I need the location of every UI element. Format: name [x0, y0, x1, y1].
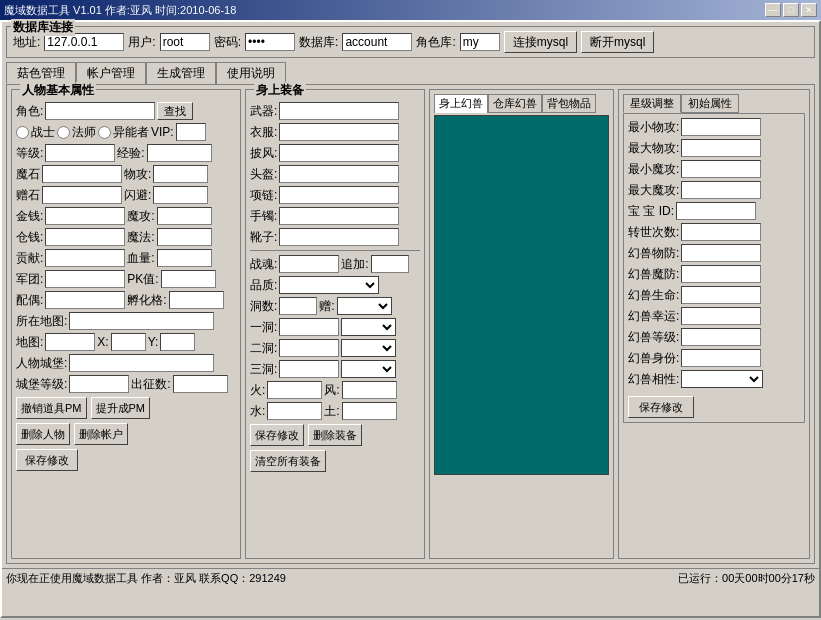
city-input[interactable]: [69, 354, 214, 372]
tab-gen-manage[interactable]: 生成管理: [146, 62, 216, 84]
gem-label: 赠石: [16, 187, 40, 204]
warrior-radio[interactable]: [16, 126, 29, 139]
magic-atk-input[interactable]: [157, 207, 212, 225]
tab-role-manage[interactable]: 菇色管理: [6, 62, 76, 84]
cape-input[interactable]: [279, 144, 399, 162]
earth-input[interactable]: [342, 402, 397, 420]
add-input[interactable]: [371, 255, 409, 273]
fire-input[interactable]: [267, 381, 322, 399]
maximize-button[interactable]: □: [783, 3, 799, 17]
tab-account-manage[interactable]: 帐户管理: [76, 62, 146, 84]
save-char-button[interactable]: 保存修改: [16, 449, 78, 471]
mage-radio[interactable]: [57, 126, 70, 139]
min-phys-atk-input[interactable]: [681, 118, 761, 136]
cloth-label: 衣服:: [250, 124, 277, 141]
army-input[interactable]: [45, 270, 125, 288]
gift-label: 赠:: [319, 298, 334, 315]
connect-button[interactable]: 连接mysql: [504, 31, 577, 53]
pet-magic-def-input[interactable]: [681, 265, 761, 283]
role-search-input[interactable]: [45, 102, 155, 120]
match-input[interactable]: [45, 291, 125, 309]
soul-input[interactable]: [279, 255, 339, 273]
necklace-input[interactable]: [279, 186, 399, 204]
weapon-input[interactable]: [279, 102, 399, 120]
hole1-input[interactable]: [279, 318, 339, 336]
contribution-input[interactable]: [45, 249, 125, 267]
pet-affinity-select[interactable]: [681, 370, 763, 388]
hatch-input[interactable]: [169, 291, 224, 309]
rebirth-input[interactable]: [681, 223, 761, 241]
cloth-input[interactable]: [279, 123, 399, 141]
x-input[interactable]: [111, 333, 146, 351]
warrior-label: 战士: [31, 124, 55, 141]
storage-gold-input[interactable]: [45, 228, 125, 246]
tab-star-adjust[interactable]: 星级调整: [623, 94, 681, 113]
y-input[interactable]: [160, 333, 195, 351]
hole2-input[interactable]: [279, 339, 339, 357]
minimize-button[interactable]: —: [765, 3, 781, 17]
pet-affinity-label: 幻兽相性:: [628, 371, 679, 388]
hole1-select[interactable]: [341, 318, 396, 336]
phys-atk-input[interactable]: [153, 165, 208, 183]
pet-hp-input[interactable]: [681, 286, 761, 304]
esper-radio[interactable]: [98, 126, 111, 139]
gem-input[interactable]: [42, 186, 122, 204]
delete-account-button[interactable]: 删除帐户: [74, 423, 128, 445]
hole2-select[interactable]: [341, 339, 396, 357]
delete-role-button[interactable]: 删除人物: [16, 423, 70, 445]
disconnect-button[interactable]: 断开mysql: [581, 31, 654, 53]
hole3-input[interactable]: [279, 360, 339, 378]
tab-instructions[interactable]: 使用说明: [216, 62, 286, 84]
max-magic-atk-input[interactable]: [681, 181, 761, 199]
level-input[interactable]: [45, 144, 115, 162]
boot-input[interactable]: [279, 228, 399, 246]
cancel-pm-button[interactable]: 撤销道具PM: [16, 397, 87, 419]
quality-select[interactable]: [279, 276, 379, 294]
db-input[interactable]: [342, 33, 412, 51]
hole3-select[interactable]: [341, 360, 396, 378]
gold-input[interactable]: [45, 207, 125, 225]
hp-input[interactable]: [157, 249, 212, 267]
role-input[interactable]: [460, 33, 500, 51]
pet-body-input[interactable]: [681, 349, 761, 367]
tab-initial-attr[interactable]: 初始属性: [681, 94, 739, 113]
flash-input[interactable]: [153, 186, 208, 204]
bracelet-input[interactable]: [279, 207, 399, 225]
max-phys-atk-input[interactable]: [681, 139, 761, 157]
pet-id-input[interactable]: [676, 202, 756, 220]
tab-body-pet[interactable]: 身上幻兽: [434, 94, 488, 113]
pet-luck-input[interactable]: [681, 307, 761, 325]
min-magic-atk-input[interactable]: [681, 160, 761, 178]
delete-equip-button[interactable]: 删除装备: [308, 424, 362, 446]
helmet-input[interactable]: [279, 165, 399, 183]
pet-luck-label: 幻兽幸运:: [628, 308, 679, 325]
tab-bag-items[interactable]: 背包物品: [542, 94, 596, 113]
expedition-input[interactable]: [173, 375, 228, 393]
password-input[interactable]: [245, 33, 295, 51]
status-bar: 你现在正使用魔域数据工具 作者：亚风 联系QQ：291249 已运行：00天00…: [2, 568, 819, 588]
upgrade-pm-button[interactable]: 提升成PM: [91, 397, 151, 419]
close-button[interactable]: ✕: [801, 3, 817, 17]
water-input[interactable]: [267, 402, 322, 420]
water-label: 水:: [250, 403, 265, 420]
wind-input[interactable]: [342, 381, 397, 399]
save-equip-button[interactable]: 保存修改: [250, 424, 304, 446]
gift-select[interactable]: [337, 297, 392, 315]
pk-input[interactable]: [161, 270, 216, 288]
map-input[interactable]: [45, 333, 95, 351]
pet-level-input[interactable]: [681, 328, 761, 346]
user-input[interactable]: [160, 33, 210, 51]
save-star-button[interactable]: 保存修改: [628, 396, 694, 418]
map-location-input[interactable]: [69, 312, 214, 330]
tab-storage-pet[interactable]: 仓库幻兽: [488, 94, 542, 113]
magic-stone-input[interactable]: [42, 165, 122, 183]
holes-input[interactable]: [279, 297, 317, 315]
fire-label: 火:: [250, 382, 265, 399]
pet-phys-def-input[interactable]: [681, 244, 761, 262]
magic-input[interactable]: [157, 228, 212, 246]
city-level-input[interactable]: [69, 375, 129, 393]
vip-input[interactable]: [176, 123, 206, 141]
exp-input[interactable]: [147, 144, 212, 162]
clear-equip-button[interactable]: 清空所有装备: [250, 450, 326, 472]
search-button[interactable]: 查找: [157, 102, 193, 120]
